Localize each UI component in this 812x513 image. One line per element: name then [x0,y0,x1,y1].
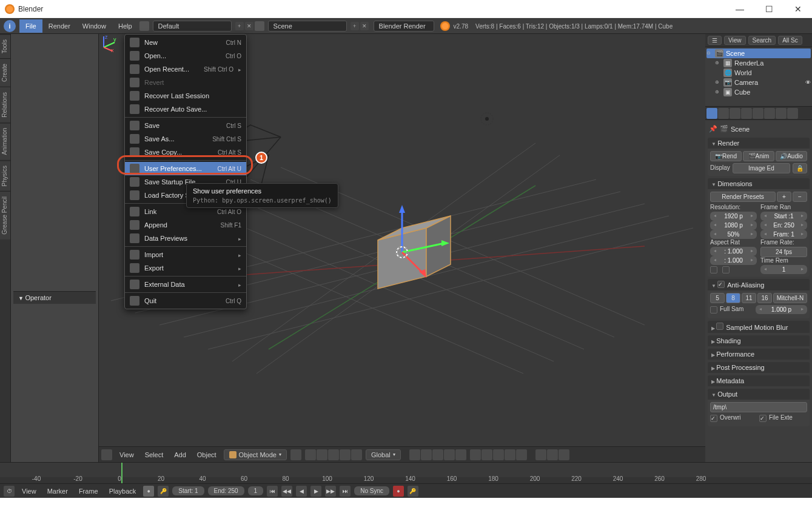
pivot-icon[interactable] [305,449,316,460]
prop-tab-layers[interactable] [718,108,729,119]
preset-remove[interactable]: − [793,192,807,202]
layers-icon[interactable] [328,449,339,460]
display-mode[interactable]: Image Ed [733,163,790,173]
res-y[interactable]: 1080 p [710,221,757,230]
outliner-view[interactable]: View [724,36,746,45]
fullsample-check[interactable] [710,306,717,314]
file-menu-user-preferences-[interactable]: User Preferences...Ctrl Alt U [125,162,246,175]
current-frame-field[interactable]: 1 [248,486,264,495]
dimensions-panel-header[interactable]: Dimensions [708,178,810,189]
file-menu-append[interactable]: AppendShift F1 [125,218,246,232]
outliner-scene[interactable]: ⊖🎬Scene [706,49,811,58]
tl-menu-marker[interactable]: Marker [44,488,72,495]
aspect-x[interactable]: : 1.000 [710,247,757,256]
layout-selector[interactable]: Default [153,21,232,32]
prop-tab-render[interactable] [706,108,717,119]
keyframe-prev-icon[interactable]: ◀◀ [281,486,292,497]
fileext-check[interactable] [759,415,767,422]
render-audio-button[interactable]: 🔊Audio [776,151,807,161]
file-menu-save[interactable]: SaveCtrl S [125,119,246,132]
autokey-icon[interactable]: ● [393,486,404,497]
fps-selector[interactable]: 24 fps [760,247,807,257]
timeline-cursor[interactable] [121,463,122,483]
lock-interface-icon[interactable]: 🔒 [793,163,807,173]
tab-create[interactable]: Create [0,58,10,87]
border-check[interactable] [710,266,717,273]
file-menu-data-previews[interactable]: Data Previews [125,232,246,245]
frame-step[interactable]: Fram: 1 [760,230,807,239]
frame-end[interactable]: En: 250 [760,221,807,230]
proportional-icon[interactable] [340,449,351,460]
tl-menu-playback[interactable]: Playback [106,488,140,495]
outliner-type-icon[interactable]: ☰ [708,36,722,45]
shading-mode-icon[interactable] [290,449,301,460]
file-menu-import[interactable]: Import [125,248,246,261]
prop-tab-modifiers[interactable] [776,108,787,119]
aspect-y[interactable]: : 1.000 [710,256,757,265]
mode-selector[interactable]: Object Mode ▾ [224,449,287,460]
timeline-type-icon[interactable]: ⏱ [4,486,15,497]
layout-remove-button[interactable]: ✕ [245,22,253,30]
vp-menu-add[interactable]: Add [170,451,190,458]
file-menu-quit[interactable]: QuitCtrl Q [125,294,246,307]
timeline-ruler[interactable]: -40-200204060801001201401601802002202402… [0,463,812,483]
render-presets[interactable]: Render Presets [710,192,776,202]
end-frame-field[interactable]: End: 250 [208,486,244,495]
prop-tab-data[interactable] [787,108,798,119]
editor-type-icon[interactable] [101,449,112,460]
vp-menu-object[interactable]: Object [193,451,220,458]
vp-menu-view[interactable]: View [116,451,138,458]
scene-selector[interactable]: Scene [268,21,347,32]
aa-11[interactable]: 11 [742,293,756,303]
render-engine-selector[interactable]: Blender Render [374,21,434,32]
render-icon[interactable] [535,449,546,460]
file-menu-open-recent-[interactable]: Open Recent...Shift Ctrl O [125,62,246,76]
file-menu-open-[interactable]: Open...Ctrl O [125,49,246,62]
prop-tab-constraints[interactable] [764,108,775,119]
start-frame-field[interactable]: Start: 1 [172,486,204,495]
outliner-filter[interactable]: All Sc [778,36,802,45]
key-icon[interactable]: 🔑 [158,486,169,497]
res-x[interactable]: 1920 p [710,212,757,221]
motionblur-panel-header[interactable]: Sampled Motion Blur [708,321,810,333]
window-maximize-button[interactable]: ☐ [760,4,778,14]
tl-menu-view[interactable]: View [18,488,40,495]
info-editor-icon[interactable]: i [4,20,16,32]
frame-start[interactable]: Start :1 [760,212,807,221]
postprocessing-panel-header[interactable]: Post Processing [708,362,810,373]
preset-add[interactable]: + [777,192,791,202]
screen-layout-icon[interactable] [139,21,149,31]
performance-panel-header[interactable]: Performance [708,349,810,360]
play-reverse-icon[interactable]: ◀ [296,486,307,497]
metadata-panel-header[interactable]: Metadata [708,375,810,386]
scene-browse-icon[interactable] [255,21,264,31]
file-menu-recover-auto-save-[interactable]: Recover Auto Save... [125,102,246,116]
outliner-renderlayers[interactable]: ⊕▦RenderLa [715,58,811,68]
snap-icon[interactable] [351,449,362,460]
file-menu-export[interactable]: Export [125,261,246,275]
outliner-world[interactable]: 🌐World [715,68,811,78]
tab-relations[interactable]: Relations [0,87,10,122]
file-menu-new[interactable]: NewCtrl N [125,36,246,49]
keying-set-icon[interactable]: 🔑 [408,486,418,497]
orientation-selector[interactable]: Global ▾ [366,449,401,460]
outliner-cube[interactable]: ⊕▣Cube [715,87,811,97]
aa-size[interactable]: 1.000 p [756,305,807,314]
manipulator-icon[interactable] [317,449,327,460]
aa-5[interactable]: 5 [710,293,725,303]
crop-check[interactable] [722,266,730,273]
window-minimize-button[interactable]: — [731,4,749,14]
layers-grid[interactable] [409,449,527,460]
overwrite-check[interactable] [710,415,717,422]
tl-menu-frame[interactable]: Frame [75,488,102,495]
res-pct[interactable]: 50% [710,230,757,239]
outliner-search[interactable]: Search [748,36,776,45]
scene-remove-button[interactable]: ✕ [360,22,369,30]
prop-tab-world[interactable] [741,108,752,119]
sync-mode[interactable]: No Sync [354,486,389,495]
aa-16[interactable]: 16 [757,293,772,303]
render-button[interactable]: 📷Rend [710,151,742,161]
prop-tab-scene[interactable] [730,108,740,119]
3d-viewport[interactable]: z y x (1) Cube View Select Add Object Ob… [99,34,705,462]
camera-icon[interactable] [559,449,569,460]
